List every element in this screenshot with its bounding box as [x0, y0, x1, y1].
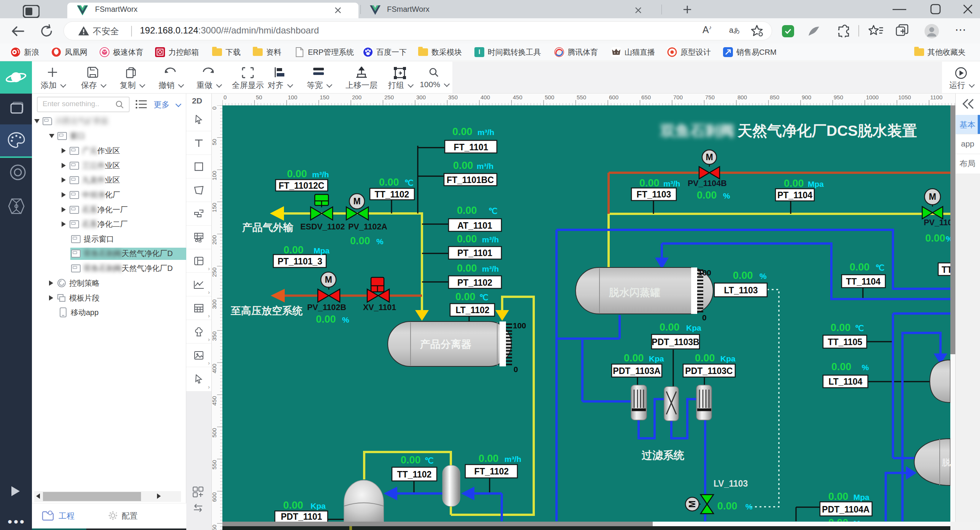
svg-text:0.00: 0.00: [624, 352, 644, 364]
svg-text:0.00: 0.00: [453, 160, 473, 171]
svg-text:M: M: [687, 500, 697, 508]
svg-text:600: 600: [609, 94, 619, 101]
svg-text:m³/h: m³/h: [504, 455, 521, 463]
svg-text:50: 50: [212, 139, 218, 145]
svg-text:FT_1103: FT_1103: [637, 190, 671, 200]
svg-text:0.00: 0.00: [316, 313, 336, 325]
svg-text:PV_1102A: PV_1102A: [348, 222, 387, 231]
svg-text:FT_1101BC: FT_1101BC: [447, 175, 494, 185]
svg-text:1050: 1050: [898, 94, 911, 101]
svg-text:Mpa: Mpa: [808, 180, 824, 188]
svg-text:FT_11012C: FT_11012C: [278, 181, 324, 191]
svg-text:TT: TT: [942, 265, 950, 275]
svg-text:PDT_1101: PDT_1101: [281, 512, 322, 522]
svg-text:XV_1101: XV_1101: [363, 303, 396, 312]
svg-text:Kpa: Kpa: [686, 323, 702, 332]
svg-text:300: 300: [416, 94, 426, 101]
svg-text:FT_1102: FT_1102: [474, 466, 509, 476]
svg-text:Kpa: Kpa: [310, 501, 326, 510]
svg-text:产品分离器: 产品分离器: [420, 338, 471, 350]
svg-text:℃: ℃: [425, 456, 434, 465]
svg-text:℃: ℃: [855, 324, 864, 332]
svg-text:0.00: 0.00: [350, 235, 370, 247]
svg-text:0.00: 0.00: [718, 500, 737, 512]
svg-text:%: %: [745, 502, 752, 511]
svg-text:0.00: 0.00: [401, 454, 421, 466]
svg-text:0.00: 0.00: [925, 233, 945, 244]
svg-text:m³/h: m³/h: [482, 265, 499, 273]
svg-text:FT_1101: FT_1101: [454, 142, 488, 152]
svg-text:0.00: 0.00: [457, 233, 477, 245]
svg-text:%: %: [723, 192, 730, 200]
svg-text:0.00: 0.00: [828, 491, 848, 502]
svg-text:0.00: 0.00: [379, 177, 399, 188]
svg-text:至高压放空系统: 至高压放空系统: [231, 305, 302, 316]
svg-text:350: 350: [212, 331, 218, 341]
svg-text:500: 500: [545, 94, 554, 101]
svg-text:0.00: 0.00: [660, 321, 680, 333]
svg-text:PDT_1103B: PDT_1103B: [652, 337, 699, 347]
svg-text:700: 700: [673, 94, 683, 101]
svg-text:PT_1104: PT_1104: [777, 190, 812, 200]
svg-text:850: 850: [770, 94, 779, 101]
svg-text:m³/h: m³/h: [312, 170, 329, 179]
svg-text:TT_1102: TT_1102: [375, 190, 409, 200]
svg-text:300: 300: [212, 299, 218, 309]
svg-text:℃: ℃: [875, 263, 885, 272]
svg-text:0.00: 0.00: [695, 352, 715, 364]
svg-text:650: 650: [212, 525, 218, 530]
svg-text:脱水闪蒸罐: 脱水闪蒸罐: [609, 287, 660, 298]
svg-text:%: %: [759, 271, 767, 280]
svg-text:100: 100: [212, 171, 218, 180]
svg-text:PV_110: PV_110: [924, 218, 950, 227]
svg-text:0.00: 0.00: [831, 361, 851, 372]
svg-text:350: 350: [448, 94, 458, 101]
svg-text:双鱼石剎阀: 双鱼石剎阀: [660, 123, 735, 139]
svg-text:AT_1101: AT_1101: [457, 221, 492, 231]
svg-text:TT_1105: TT_1105: [828, 337, 862, 347]
svg-text:LT_1103: LT_1103: [724, 285, 757, 295]
svg-text:过滤系统: 过滤系统: [641, 449, 685, 461]
svg-text:0.00: 0.00: [850, 262, 870, 273]
svg-text:LV_1103: LV_1103: [714, 479, 748, 488]
svg-text:TT_1104: TT_1104: [846, 276, 881, 286]
svg-text:450: 450: [212, 396, 218, 405]
svg-text:℃: ℃: [488, 207, 498, 216]
svg-text:0.00: 0.00: [830, 322, 851, 333]
svg-text:0.00: 0.00: [457, 205, 477, 216]
svg-text:脱: 脱: [942, 458, 950, 467]
svg-text:PDT_1104A: PDT_1104A: [822, 504, 869, 514]
svg-text:500: 500: [212, 428, 218, 437]
svg-text:900: 900: [802, 94, 811, 101]
svg-text:450: 450: [513, 94, 522, 101]
svg-text:产品气外输: 产品气外输: [242, 222, 294, 233]
svg-text:PT_1101: PT_1101: [457, 248, 492, 258]
svg-text:0.00: 0.00: [452, 126, 473, 137]
svg-text:M: M: [929, 192, 936, 202]
svg-text:0.00: 0.00: [784, 178, 804, 189]
svg-text:%: %: [862, 363, 869, 372]
svg-text:%: %: [376, 237, 383, 246]
svg-text:100: 100: [288, 94, 297, 101]
svg-text:M: M: [325, 275, 332, 284]
svg-text:LT_1102: LT_1102: [455, 305, 489, 315]
svg-text:100: 100: [513, 321, 526, 330]
svg-text:150: 150: [212, 203, 218, 212]
svg-text:PDT_1103C: PDT_1103C: [685, 366, 733, 376]
svg-text:1100: 1100: [930, 94, 942, 101]
svg-text:400: 400: [480, 94, 490, 101]
svg-text:950: 950: [834, 94, 843, 101]
svg-text:550: 550: [577, 94, 586, 101]
svg-text:750: 750: [705, 94, 715, 101]
svg-text:ESDV_1102: ESDV_1102: [300, 222, 345, 231]
svg-text:0.00: 0.00: [283, 244, 304, 256]
svg-text:150: 150: [320, 94, 329, 101]
svg-text:M: M: [353, 196, 360, 206]
svg-text:250: 250: [212, 267, 218, 277]
svg-text:Mpa: Mpa: [853, 493, 869, 501]
svg-text:0.00: 0.00: [733, 270, 753, 281]
svg-text:天然气净化厂DCS脱水装置: 天然气净化厂DCS脱水装置: [737, 123, 917, 139]
svg-text:200: 200: [352, 94, 361, 101]
svg-text:PV_1104B: PV_1104B: [688, 179, 727, 188]
svg-text:0.00: 0.00: [640, 177, 660, 189]
